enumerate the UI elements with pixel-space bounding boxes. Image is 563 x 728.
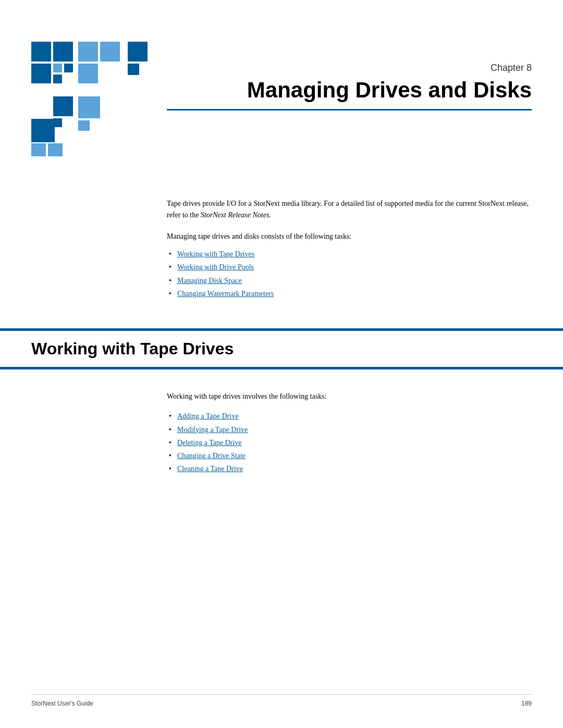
task-link[interactable]: Changing Watermark Parameters <box>177 290 274 298</box>
list-item: Cleaning a Tape Drive <box>167 462 532 475</box>
list-item: Changing a Drive State <box>167 449 532 462</box>
svg-rect-7 <box>100 42 120 61</box>
page: Chapter 8 Managing Drives and Disks Tape… <box>0 0 563 728</box>
footer-guide-name: StorNext User's Guide <box>31 700 93 707</box>
svg-rect-10 <box>128 64 139 75</box>
list-item: Modifying a Tape Drive <box>167 423 532 436</box>
list-item: Adding a Tape Drive <box>167 410 532 423</box>
tasks-intro: Managing tape drives and disks consists … <box>167 231 532 242</box>
svg-rect-11 <box>53 96 73 116</box>
list-item: Working with Tape Drives <box>167 248 532 261</box>
main-task-list: Working with Tape DrivesWorking with Dri… <box>167 248 532 300</box>
task-link[interactable]: Adding a Tape Drive <box>177 412 238 420</box>
page-number: 189 <box>521 700 532 707</box>
task-link[interactable]: Deleting a Tape Drive <box>177 439 242 447</box>
list-item: Deleting a Tape Drive <box>167 436 532 449</box>
list-item: Working with Drive Pools <box>167 261 532 274</box>
svg-rect-15 <box>78 120 90 131</box>
chapter-area: Chapter 8 Managing Drives and Disks <box>167 63 532 110</box>
section-intro: Working with tape drives involves the fo… <box>167 391 532 402</box>
svg-rect-5 <box>53 75 62 83</box>
task-link[interactable]: Managing Disk Space <box>177 277 242 285</box>
section-task-list: Adding a Tape DriveModifying a Tape Driv… <box>167 410 532 475</box>
task-link[interactable]: Working with Drive Pools <box>177 263 254 271</box>
logo-area <box>31 42 177 156</box>
chapter-rule <box>167 109 532 110</box>
svg-rect-16 <box>31 143 46 156</box>
task-link[interactable]: Working with Tape Drives <box>177 250 254 258</box>
list-item: Managing Disk Space <box>167 274 532 287</box>
svg-rect-8 <box>78 64 98 83</box>
intro-paragraph: Tape drives provide I/O for a StorNext m… <box>167 198 532 221</box>
svg-rect-17 <box>48 143 63 156</box>
svg-rect-9 <box>128 42 148 61</box>
task-link[interactable]: Changing a Drive State <box>177 452 246 460</box>
svg-rect-1 <box>53 42 73 61</box>
task-link[interactable]: Cleaning a Tape Drive <box>177 465 243 473</box>
company-logo <box>31 42 177 156</box>
section-content: Working with tape drives involves the fo… <box>167 391 532 491</box>
section-bottom-rule <box>0 367 563 369</box>
section-heading: Working with Tape Drives <box>0 331 563 367</box>
svg-rect-3 <box>53 64 62 72</box>
svg-rect-4 <box>64 64 73 72</box>
section-heading-wrapper: Working with Tape Drives <box>0 328 563 369</box>
main-content: Tape drives provide I/O for a StorNext m… <box>167 198 532 316</box>
svg-rect-14 <box>78 96 100 118</box>
list-item: Changing Watermark Parameters <box>167 287 532 300</box>
svg-rect-13 <box>31 119 55 142</box>
task-link[interactable]: Modifying a Tape Drive <box>177 426 248 434</box>
page-footer: StorNext User's Guide 189 <box>31 694 532 707</box>
chapter-title: Managing Drives and Disks <box>167 78 532 103</box>
chapter-label: Chapter 8 <box>167 63 532 73</box>
svg-rect-6 <box>78 42 98 61</box>
svg-rect-2 <box>31 64 51 83</box>
svg-rect-0 <box>31 42 51 61</box>
